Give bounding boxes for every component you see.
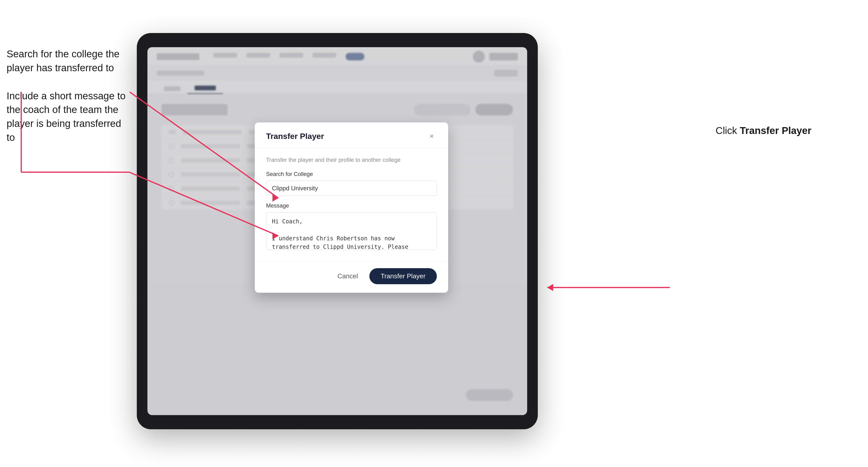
- modal-overlay: Transfer Player × Transfer the player an…: [148, 47, 527, 415]
- tablet-screen: Transfer Player × Transfer the player an…: [148, 47, 527, 415]
- cancel-button[interactable]: Cancel: [332, 270, 364, 283]
- modal-body: Transfer the player and their profile to…: [255, 148, 448, 261]
- message-label: Message: [266, 203, 437, 209]
- annotation-message: Include a short message to the coach of …: [7, 89, 129, 145]
- svg-marker-7: [547, 284, 553, 291]
- right-annotation: Click Transfer Player: [716, 125, 811, 136]
- modal-title: Transfer Player: [266, 132, 324, 141]
- transfer-player-button[interactable]: Transfer Player: [369, 268, 437, 284]
- message-textarea[interactable]: Hi Coach, I understand Chris Robertson h…: [266, 212, 437, 250]
- modal-footer: Cancel Transfer Player: [255, 261, 448, 293]
- tablet-frame: Transfer Player × Transfer the player an…: [137, 33, 538, 429]
- transfer-player-dialog: Transfer Player × Transfer the player an…: [255, 122, 448, 293]
- modal-subtitle: Transfer the player and their profile to…: [266, 157, 437, 163]
- left-annotations: Search for the college the player has tr…: [7, 47, 129, 159]
- modal-header: Transfer Player ×: [255, 122, 448, 148]
- annotation-search: Search for the college the player has tr…: [7, 47, 129, 75]
- modal-close-button[interactable]: ×: [427, 131, 437, 141]
- search-college-input[interactable]: [266, 181, 437, 196]
- annotation-transfer-player-bold: Transfer Player: [740, 125, 811, 136]
- search-college-label: Search for College: [266, 171, 437, 177]
